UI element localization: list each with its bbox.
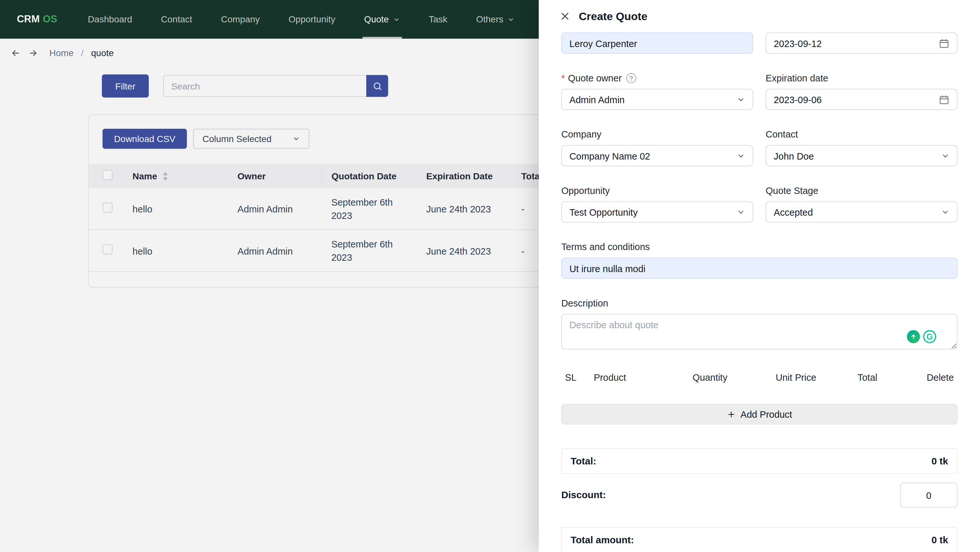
- add-product-label: Add Product: [740, 409, 792, 420]
- selected-value: Company Name 02: [570, 150, 650, 161]
- opportunity-label: Opportunity: [561, 185, 753, 196]
- add-product-button[interactable]: Add Product: [561, 404, 958, 424]
- expiration-date-label: Expiration date: [766, 73, 958, 84]
- chevron-down-icon: [941, 152, 949, 160]
- chevron-down-icon: [737, 95, 745, 104]
- product-col-sl: SL: [561, 372, 590, 383]
- drawer-header: Create Quote: [539, 0, 980, 32]
- label-text: Terms and conditions: [561, 241, 650, 253]
- selected-value: Test Opportunity: [570, 207, 638, 217]
- quote-owner-field: * Quote owner ? Admin Admin: [561, 54, 753, 110]
- editor-assist-icons: G: [907, 330, 936, 343]
- label-text: Expiration date: [766, 73, 828, 84]
- opportunity-field: Opportunity Test Opportunity: [561, 166, 753, 222]
- company-field: Company Company Name 02: [561, 110, 753, 166]
- calendar-icon: [939, 38, 950, 49]
- selected-value: John Doe: [774, 150, 814, 161]
- company-select[interactable]: Company Name 02: [561, 145, 753, 166]
- product-col-unit-price: Unit Price: [772, 372, 854, 383]
- chevron-down-icon: [737, 152, 745, 160]
- drawer-title: Create Quote: [579, 10, 648, 23]
- terms-label: Terms and conditions: [561, 241, 958, 253]
- discount-row: Discount:: [561, 483, 958, 507]
- label-text: Description: [561, 298, 608, 309]
- create-quote-drawer: Create Quote 2023-09-12 * Quote owner ?: [539, 0, 980, 552]
- contact-select[interactable]: John Doe: [766, 145, 958, 166]
- quote-stage-select[interactable]: Accepted: [766, 201, 958, 223]
- chevron-down-icon: [941, 208, 949, 216]
- product-table-header: SL Product Quantity Unit Price Total Del…: [561, 372, 958, 383]
- drawer-body: 2023-09-12 * Quote owner ? Admin Admin: [539, 32, 980, 552]
- discount-input[interactable]: [900, 483, 957, 507]
- plus-icon: [727, 410, 735, 419]
- grammarly-icon[interactable]: G: [923, 330, 937, 343]
- total-amount-row: Total amount: 0 tk: [561, 527, 958, 552]
- contact-field: Contact John Doe: [766, 110, 958, 166]
- expiration-date-field: Expiration date 2023-09-06: [766, 54, 958, 110]
- label-text: Contact: [766, 129, 798, 140]
- contact-label: Contact: [766, 129, 958, 140]
- app-viewport: CRM OS Dashboard Contact Company Opportu…: [0, 0, 980, 552]
- chevron-down-icon: [737, 208, 745, 216]
- close-icon[interactable]: [560, 11, 570, 21]
- label-text: Quote Stage: [766, 185, 818, 196]
- product-col-total: Total: [854, 372, 920, 383]
- company-label: Company: [561, 129, 753, 140]
- label-text: Quote owner: [568, 73, 622, 84]
- quote-owner-select[interactable]: Admin Admin: [561, 89, 753, 110]
- form-row-opportunity-stage: Opportunity Test Opportunity Quote Stage…: [561, 166, 958, 222]
- help-icon[interactable]: ?: [626, 73, 636, 83]
- selected-value: Admin Admin: [570, 94, 625, 105]
- total-amount-value: 0 tk: [931, 534, 948, 546]
- label-text: Company: [561, 129, 601, 140]
- terms-input[interactable]: [561, 257, 958, 279]
- description-field: G: [561, 314, 958, 352]
- product-col-product: Product: [590, 372, 689, 383]
- calendar-icon: [939, 94, 950, 105]
- quote-stage-field: Quote Stage Accepted: [766, 166, 958, 222]
- description-label: Description: [561, 298, 958, 309]
- required-asterisk: *: [561, 73, 565, 84]
- total-row: Total: 0 tk: [561, 448, 958, 474]
- expiration-date-input[interactable]: 2023-09-06: [766, 89, 958, 110]
- quote-name-input[interactable]: [561, 32, 753, 54]
- discount-label: Discount:: [561, 490, 606, 501]
- opportunity-select[interactable]: Test Opportunity: [561, 201, 753, 223]
- form-row-top: 2023-09-12: [561, 32, 958, 54]
- quote-stage-label: Quote Stage: [766, 185, 958, 196]
- date-value: 2023-09-12: [774, 38, 822, 49]
- selected-value: Accepted: [774, 207, 813, 217]
- form-row-owner-expiration: * Quote owner ? Admin Admin Expiration d…: [561, 54, 958, 110]
- date-value: 2023-09-06: [774, 94, 822, 105]
- assistant-icon[interactable]: [907, 330, 920, 343]
- total-value: 0 tk: [931, 455, 948, 467]
- form-row-company-contact: Company Company Name 02 Contact John Doe: [561, 110, 958, 166]
- total-label: Total:: [571, 455, 596, 467]
- description-textarea[interactable]: [561, 314, 958, 349]
- quote-owner-label: * Quote owner ?: [561, 73, 753, 84]
- product-col-delete: Delete: [921, 372, 958, 383]
- quotation-date-input[interactable]: 2023-09-12: [766, 32, 958, 54]
- product-col-quantity: Quantity: [689, 372, 772, 383]
- total-amount-label: Total amount:: [571, 534, 634, 546]
- label-text: Opportunity: [561, 185, 610, 196]
